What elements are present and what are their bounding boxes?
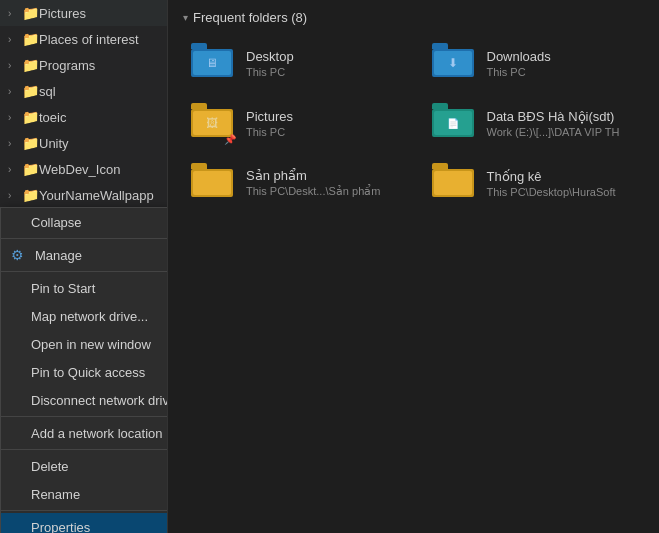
folder-card-path: Work (E:)\[...]\DATA VIP TH: [487, 126, 620, 138]
folder-icon: 📁: [22, 109, 39, 125]
folder-icon-pictures: 🖼 📌: [191, 103, 236, 143]
main-content: ▾ Frequent folders (8) 🖥 Desktop This PC: [168, 0, 659, 533]
folder-card-pictures[interactable]: 🖼 📌 Pictures This PC: [183, 97, 404, 149]
folder-icon-san-pham: [191, 163, 236, 203]
chevron-icon: ›: [8, 60, 22, 71]
ctx-properties[interactable]: Properties: [1, 513, 168, 533]
folder-icon: 📁: [22, 83, 39, 99]
sidebar-item-label: Pictures: [39, 6, 86, 21]
ctx-pin-to-start[interactable]: Pin to Start: [1, 274, 168, 302]
folder-icon: 📁: [22, 5, 39, 21]
folder-icon: 📁: [22, 31, 39, 47]
ctx-delete[interactable]: Delete: [1, 452, 168, 480]
folder-card-name: Thống kê: [487, 169, 616, 184]
chevron-icon: ›: [8, 86, 22, 97]
ctx-pin-quick-label: Pin to Quick access: [31, 365, 145, 380]
collapse-arrow-icon: ▾: [183, 12, 188, 23]
sidebar-item-label: sql: [39, 84, 56, 99]
chevron-icon: ›: [8, 112, 22, 123]
folder-icon-thong-ke: [432, 163, 477, 203]
folder-card-info-downloads: Downloads This PC: [487, 49, 551, 78]
sidebar-item-label: Unity: [39, 136, 69, 151]
ctx-rename[interactable]: Rename: [1, 480, 168, 508]
ctx-separator-5: [1, 510, 168, 511]
folder-card-path: This PC: [487, 66, 551, 78]
sidebar-item-yourname-wallpapp[interactable]: › 📁 YourNameWallpapp: [0, 182, 167, 208]
folder-icon-downloads: ⬇: [432, 43, 477, 83]
sidebar-item-sql[interactable]: › 📁 sql: [0, 78, 167, 104]
folder-card-san-pham[interactable]: Sản phẩm This PC\Deskt...\Sản phẩm: [183, 157, 404, 209]
folder-card-info-desktop: Desktop This PC: [246, 49, 294, 78]
folder-card-thong-ke[interactable]: Thống kê This PC\Desktop\HuraSoft: [424, 157, 645, 209]
ctx-pin-start-label: Pin to Start: [31, 281, 95, 296]
manage-icon: ⚙: [11, 247, 29, 263]
ctx-separator-1: [1, 238, 168, 239]
folders-grid: 🖥 Desktop This PC ⬇ Dow: [183, 37, 644, 209]
sidebar-item-label: YourNameWallpapp: [39, 188, 154, 203]
sidebar-item-webdev-icon[interactable]: › 📁 WebDev_Icon: [0, 156, 167, 182]
ctx-disconnect-label: Disconnect network drive...: [31, 393, 168, 408]
chevron-icon: ›: [8, 138, 22, 149]
folder-icon: 📁: [22, 135, 39, 151]
chevron-icon: ›: [8, 190, 22, 201]
ctx-pin-to-quick-access[interactable]: Pin to Quick access: [1, 358, 168, 386]
folder-card-name: Downloads: [487, 49, 551, 64]
ctx-collapse[interactable]: Collapse: [1, 208, 168, 236]
folder-icon: 📁: [22, 161, 39, 177]
folder-card-path: This PC: [246, 126, 293, 138]
folder-icon: 📁: [22, 187, 39, 203]
ctx-delete-label: Delete: [31, 459, 69, 474]
ctx-separator-3: [1, 416, 168, 417]
folder-icon-desktop: 🖥: [191, 43, 236, 83]
sidebar-item-pictures[interactable]: › 📁 Pictures: [0, 0, 167, 26]
sidebar-item-programs[interactable]: › 📁 Programs: [0, 52, 167, 78]
ctx-disconnect-network-drive[interactable]: Disconnect network drive...: [1, 386, 168, 414]
context-menu: Collapse ⚙ Manage Pin to Start Map netwo…: [0, 207, 168, 533]
chevron-icon: ›: [8, 8, 22, 19]
ctx-separator-2: [1, 271, 168, 272]
sidebar-item-label: WebDev_Icon: [39, 162, 120, 177]
sidebar-item-label: Programs: [39, 58, 95, 73]
ctx-manage-label: Manage: [35, 248, 82, 263]
ctx-properties-label: Properties: [31, 520, 90, 534]
chevron-icon: ›: [8, 34, 22, 45]
ctx-add-network-location[interactable]: Add a network location: [1, 419, 168, 447]
folder-card-desktop[interactable]: 🖥 Desktop This PC: [183, 37, 404, 89]
folder-card-info-data-bds: Data BĐS Hà Nội(sdt) Work (E:)\[...]\DAT…: [487, 109, 620, 138]
folder-card-info-thong-ke: Thống kê This PC\Desktop\HuraSoft: [487, 169, 616, 198]
folder-icon: 📁: [22, 57, 39, 73]
folder-card-path: This PC\Deskt...\Sản phẩm: [246, 185, 380, 198]
ctx-open-new-window-label: Open in new window: [31, 337, 151, 352]
ctx-map-network-label: Map network drive...: [31, 309, 148, 324]
frequent-folders-title: Frequent folders (8): [193, 10, 307, 25]
ctx-manage[interactable]: ⚙ Manage: [1, 241, 168, 269]
ctx-open-new-window[interactable]: Open in new window: [1, 330, 168, 358]
sidebar-item-places-of-interest[interactable]: › 📁 Places of interest: [0, 26, 167, 52]
folder-card-name: Sản phẩm: [246, 168, 380, 183]
folder-card-path: This PC\Desktop\HuraSoft: [487, 186, 616, 198]
sidebar: › 📁 Pictures › 📁 Places of interest › 📁 …: [0, 0, 168, 533]
folder-card-downloads[interactable]: ⬇ Downloads This PC: [424, 37, 645, 89]
folder-card-path: This PC: [246, 66, 294, 78]
sidebar-item-toeic[interactable]: › 📁 toeic: [0, 104, 167, 130]
sidebar-item-unity[interactable]: › 📁 Unity: [0, 130, 167, 156]
ctx-collapse-label: Collapse: [31, 215, 82, 230]
sidebar-item-label: toeic: [39, 110, 66, 125]
ctx-add-network-label: Add a network location: [31, 426, 163, 441]
chevron-icon: ›: [8, 164, 22, 175]
folder-card-name: Data BĐS Hà Nội(sdt): [487, 109, 620, 124]
pin-icon: 📌: [224, 134, 236, 145]
folder-card-info-pictures: Pictures This PC: [246, 109, 293, 138]
folder-card-name: Pictures: [246, 109, 293, 124]
folder-card-info-san-pham: Sản phẩm This PC\Deskt...\Sản phẩm: [246, 168, 380, 198]
frequent-folders-header: ▾ Frequent folders (8): [183, 10, 644, 25]
ctx-rename-label: Rename: [31, 487, 80, 502]
folder-icon-data-bds: 📄: [432, 103, 477, 143]
sidebar-item-label: Places of interest: [39, 32, 139, 47]
ctx-map-network-drive[interactable]: Map network drive...: [1, 302, 168, 330]
folder-card-data-bds[interactable]: 📄 Data BĐS Hà Nội(sdt) Work (E:)\[...]\D…: [424, 97, 645, 149]
folder-card-name: Desktop: [246, 49, 294, 64]
ctx-separator-4: [1, 449, 168, 450]
